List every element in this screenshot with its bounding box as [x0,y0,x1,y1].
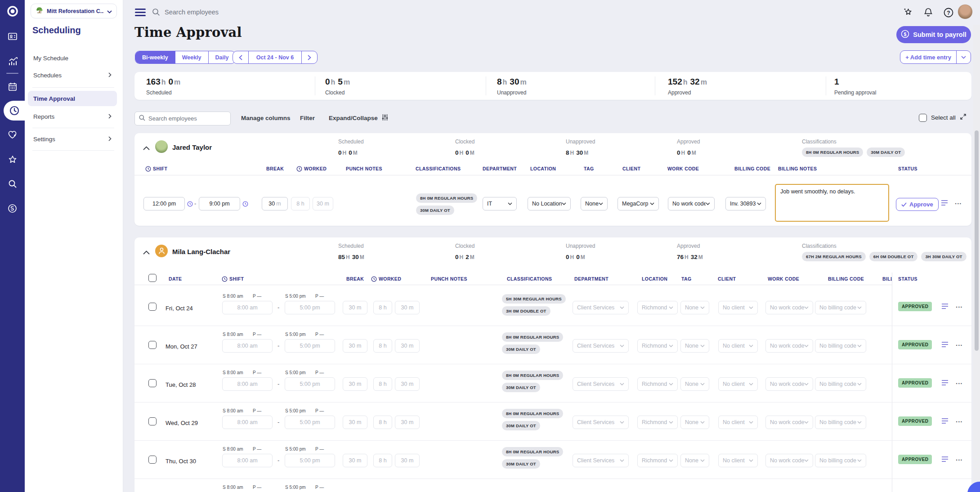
work-code-dropdown[interactable]: No work code [668,197,715,210]
billing-code-dropdown[interactable]: No billing code [815,339,866,353]
shift-end-input[interactable]: 5:00 pm [285,377,335,391]
billing-code-dropdown[interactable]: No billing code [815,454,866,467]
worked-hours-input[interactable]: 8 h [291,197,310,210]
tab-bi-weekly[interactable]: Bi-weekly [135,51,175,63]
sidebar-item-time-approval[interactable]: Time Approval [28,91,117,106]
circle-badge-icon[interactable] [0,203,25,214]
notes-icon[interactable] [941,456,949,464]
row-checkbox[interactable] [148,456,157,464]
bell-icon[interactable] [923,7,934,19]
work-code-dropdown[interactable]: No work code [765,339,813,353]
contacts-icon[interactable] [0,31,25,41]
worked-hours-input[interactable]: 8 h [373,377,392,391]
tag-dropdown[interactable]: None [680,416,709,429]
shift-start-input[interactable]: 8:00 am [222,377,273,391]
work-code-dropdown[interactable]: No work code [765,377,813,391]
notes-icon[interactable] [941,380,949,388]
department-dropdown[interactable]: IT [483,197,517,210]
billing-code-dropdown[interactable]: No billing code [815,377,866,391]
date-range-button[interactable]: Oct 24 - Nov 6 [248,51,301,63]
billing-code-dropdown[interactable]: No billing code [815,301,866,314]
shift-start-input[interactable]: 8:00 am [222,301,273,314]
row-checkbox[interactable] [148,303,157,311]
expand-collapse-button[interactable]: Expand/Collapse [329,115,378,121]
break-input[interactable]: 30 m [343,377,367,391]
client-dropdown[interactable]: No client [718,377,758,391]
sidebar-item-reports[interactable]: Reports [28,109,117,124]
worked-hours-input[interactable]: 8 h [373,454,392,467]
shift-start-input[interactable]: 12:00 pm [143,197,185,210]
more-options-icon[interactable]: ... [955,198,962,206]
shift-end-input[interactable]: 9:00 pm [199,197,240,210]
billing-code-dropdown[interactable]: No billing code [815,416,866,429]
company-selector[interactable]: Mitt Reforestation C... [31,4,117,18]
collapse-chevron-icon[interactable] [143,144,150,152]
sidebar-item-settings[interactable]: Settings [28,131,117,147]
sparkle-star-icon[interactable] [0,155,25,165]
logo-icon[interactable] [0,5,25,17]
shift-start-input[interactable]: 8:00 am [222,339,273,353]
department-dropdown[interactable]: Client Services [573,339,629,353]
tab-daily[interactable]: Daily [208,51,236,63]
more-options-icon[interactable]: ... [956,378,963,385]
hamburger-icon[interactable] [135,9,146,16]
department-dropdown[interactable]: Client Services [573,377,629,391]
tag-dropdown[interactable]: None [680,454,709,467]
global-search-input[interactable] [165,5,354,19]
notes-icon[interactable] [941,418,949,426]
department-dropdown[interactable]: Client Services [573,454,629,467]
location-dropdown[interactable]: Richmond [637,339,678,353]
prev-period-button[interactable] [233,51,248,63]
whats-new-star-icon[interactable] [903,7,913,19]
more-options-icon[interactable]: ... [956,301,963,309]
analytics-icon[interactable] [0,57,25,67]
work-code-dropdown[interactable]: No work code [765,454,813,467]
more-options-icon[interactable]: ... [956,454,963,462]
search-rail-icon[interactable] [0,179,25,189]
shift-end-input[interactable]: 5:00 pm [285,339,335,353]
location-dropdown[interactable]: Richmond [637,454,678,467]
sliders-icon[interactable] [381,114,389,122]
worked-minutes-input[interactable]: 30 m [395,416,420,429]
client-dropdown[interactable]: No client [718,339,758,353]
client-dropdown[interactable]: No client [718,454,758,467]
calendar-icon[interactable] [0,82,25,92]
select-all-checkbox[interactable] [919,114,927,122]
work-code-dropdown[interactable]: No work code [765,416,813,429]
heart-plus-icon[interactable] [0,130,25,140]
worked-minutes-input[interactable]: 30 m [395,454,420,467]
location-dropdown[interactable]: Richmond [637,416,678,429]
worked-minutes-input[interactable]: 30 m [313,197,333,210]
row-checkbox[interactable] [148,379,157,387]
client-dropdown[interactable]: MegaCorp [618,197,659,210]
worked-hours-input[interactable]: 8 h [373,301,392,314]
user-avatar[interactable] [958,4,973,19]
break-input[interactable]: 30 m [343,301,367,314]
shift-start-input[interactable]: 8:00 am [222,416,273,429]
notes-icon[interactable] [941,303,949,311]
notes-icon[interactable] [941,341,949,349]
shift-end-input[interactable]: 5:00 pm [285,416,335,429]
more-options-icon[interactable]: ... [956,340,963,347]
shift-start-input[interactable]: 8:00 am [222,454,273,467]
break-input[interactable]: 30 m [343,339,367,353]
worked-hours-input[interactable]: 8 h [373,339,392,353]
tag-dropdown[interactable]: None [581,197,608,210]
worked-minutes-input[interactable]: 30 m [395,301,420,314]
shift-end-input[interactable]: 5:00 pm [285,454,335,467]
submit-to-payroll-button[interactable]: $ Submit to payroll [896,26,971,43]
tab-weekly[interactable]: Weekly [175,51,208,63]
row-checkbox[interactable] [148,417,157,425]
approve-button[interactable]: Approve [896,198,939,211]
scrollbar-thumb[interactable] [975,130,979,351]
chevron-down-icon[interactable] [956,51,971,63]
add-time-entry-button[interactable]: + Add time entry [900,50,971,64]
break-input[interactable]: 30 m [343,454,367,467]
location-dropdown[interactable]: Richmond [637,301,678,314]
break-input[interactable]: 30 m [343,416,367,429]
time-approval-active-icon[interactable] [4,101,25,121]
filter-button[interactable]: Filter [300,115,315,121]
work-code-dropdown[interactable]: No work code [765,301,813,314]
employee-search-input[interactable] [148,115,228,122]
sidebar-item-schedules[interactable]: Schedules [28,67,117,83]
